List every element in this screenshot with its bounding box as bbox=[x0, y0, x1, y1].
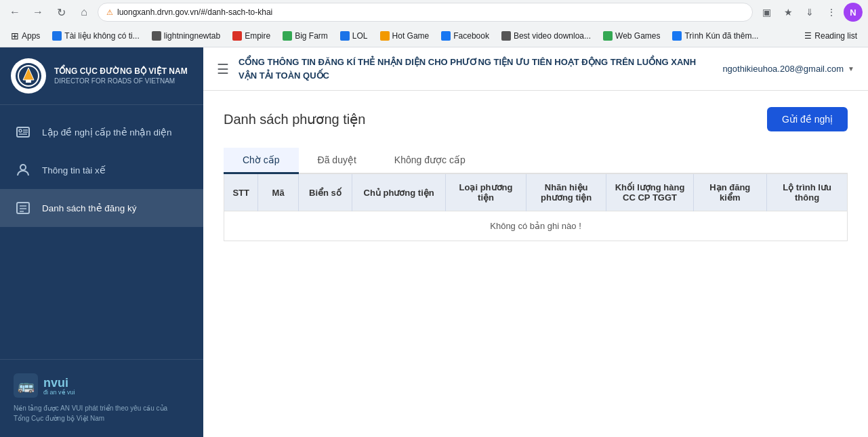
submit-button[interactable]: Gửi đề nghị bbox=[767, 107, 848, 131]
tabs: Chờ cấp Đã duyệt Không được cấp bbox=[224, 148, 848, 174]
bookmark-empire[interactable]: Empire bbox=[227, 28, 276, 43]
nvui-brand: nvui bbox=[43, 376, 75, 390]
forward-button[interactable]: → bbox=[28, 3, 47, 22]
header-user-email: ngothikieuhoa.208@gmail.com bbox=[722, 64, 844, 74]
extensions-button[interactable]: ▣ bbox=[757, 3, 776, 22]
logo-circle bbox=[11, 58, 46, 93]
bookmark-trinhkun[interactable]: Trình Kún đã thêm... bbox=[667, 28, 764, 43]
profile-button[interactable]: N bbox=[844, 3, 863, 22]
header-user[interactable]: ngothikieuhoa.208@gmail.com ▼ bbox=[722, 64, 854, 74]
hotgame-favicon bbox=[380, 31, 390, 41]
reading-list-label: Reading list bbox=[814, 31, 857, 41]
table-empty-row: Không có bản ghi nào ! bbox=[224, 211, 847, 241]
webgames-favicon bbox=[603, 31, 613, 41]
downloads-button[interactable]: ⇓ bbox=[800, 3, 819, 22]
bookmark-bigfarm-label: Big Farm bbox=[295, 31, 328, 41]
back-button[interactable]: ← bbox=[5, 3, 24, 22]
bookmark-bestvideo-label: Best video downloa... bbox=[514, 31, 591, 41]
header-doc-icon: ☰ bbox=[217, 61, 229, 77]
sidebar-item-danhsach[interactable]: Danh sách thẻ đăng ký bbox=[0, 189, 203, 227]
person-icon bbox=[14, 161, 33, 180]
empire-favicon bbox=[232, 31, 242, 41]
nvui-icon: 🚌 bbox=[14, 373, 38, 398]
col-header-bien: Biển số bbox=[298, 174, 352, 211]
sidebar-item-thongtin[interactable]: Thông tin tài xế bbox=[0, 151, 203, 189]
address-bar[interactable]: ⚠ luongxanh.drvn.gov.vn/#/danh-sach-to-k… bbox=[98, 3, 753, 22]
bookmark-lol[interactable]: LOL bbox=[335, 28, 373, 43]
sidebar: TỔNG CỤC ĐƯỜNG BỘ VIỆT NAM DIRECTOR FOR … bbox=[0, 47, 203, 437]
tailieu-favicon bbox=[52, 31, 62, 41]
col-header-chu: Chủ phương tiện bbox=[352, 174, 446, 211]
tab-cho-cap[interactable]: Chờ cấp bbox=[224, 148, 299, 174]
bookmark-apps[interactable]: ⊞ Apps bbox=[5, 28, 45, 44]
bookmark-hotgame-label: Hot Game bbox=[392, 31, 430, 41]
sidebar-item-lap-label: Lập đề nghị cấp thẻ nhận diện bbox=[42, 127, 172, 138]
logo-text: TỔNG CỤC ĐƯỜNG BỘ VIỆT NAM DIRECTOR FOR … bbox=[54, 66, 188, 87]
nvui-tagline: đi an về vui bbox=[43, 389, 75, 396]
bookmark-star-button[interactable]: ★ bbox=[779, 3, 798, 22]
sidebar-logo: TỔNG CỤC ĐƯỜNG BỘ VIỆT NAM DIRECTOR FOR … bbox=[0, 47, 203, 105]
trinhkun-favicon bbox=[672, 31, 682, 41]
sidebar-item-danhsach-label: Danh sách thẻ đăng ký bbox=[42, 203, 137, 213]
col-header-stt: STT bbox=[224, 174, 258, 211]
bookmark-lol-label: LOL bbox=[352, 31, 368, 41]
col-header-nhan: Nhãn hiệu phương tiện bbox=[526, 174, 606, 211]
sidebar-item-thongtin-label: Thông tin tài xế bbox=[42, 165, 106, 175]
header-banner-text: CỔNG THÔNG TIN ĐĂNG KÍ THẺ NHẬN DIỆN CHO… bbox=[239, 56, 713, 82]
bookmark-lightning[interactable]: lightningnewtab bbox=[146, 28, 226, 43]
bookmark-trinhkun-label: Trình Kún đã thêm... bbox=[684, 31, 758, 41]
list-icon bbox=[14, 199, 33, 217]
svg-point-5 bbox=[19, 129, 22, 132]
logo-subtitle: DIRECTOR FOR ROADS OF VIETNAM bbox=[54, 77, 188, 86]
bookmark-empire-label: Empire bbox=[245, 31, 270, 41]
sidebar-nav: Lập đề nghị cấp thẻ nhận diện Thông tin … bbox=[0, 105, 203, 359]
reading-list-button[interactable]: ☰ Reading list bbox=[799, 28, 863, 43]
nvui-logo: 🚌 nvui đi an về vui bbox=[14, 373, 190, 398]
col-header-han: Hạn đăng kiểm bbox=[693, 174, 766, 211]
page-content: Danh sách phương tiện Gửi đề nghị Chờ cấ… bbox=[203, 91, 868, 437]
lightning-favicon bbox=[152, 31, 161, 41]
bookmark-hotgame[interactable]: Hot Game bbox=[375, 28, 435, 43]
page-title-row: Danh sách phương tiện Gửi đề nghị bbox=[224, 107, 848, 131]
bookmark-webgames[interactable]: Web Games bbox=[598, 28, 665, 43]
bookmark-lightning-label: lightningnewtab bbox=[164, 31, 220, 41]
header-banner: ☰ CỔNG THÔNG TIN ĐĂNG KÍ THẺ NHẬN DIỆN C… bbox=[203, 47, 868, 91]
table-body: Không có bản ghi nào ! bbox=[224, 211, 847, 241]
bookmark-webgames-label: Web Games bbox=[615, 31, 660, 41]
chevron-down-icon: ▼ bbox=[848, 65, 854, 72]
tab-khong-duoc-cap[interactable]: Không được cấp bbox=[375, 148, 484, 174]
drvn-logo-svg bbox=[15, 62, 42, 89]
sidebar-footer: 🚌 nvui đi an về vui Nền tảng được AN VUI… bbox=[0, 359, 203, 437]
browser-toolbar: ← → ↻ ⌂ ⚠ luongxanh.drvn.gov.vn/#/danh-s… bbox=[0, 0, 868, 24]
reload-button[interactable]: ↻ bbox=[51, 3, 70, 22]
lol-favicon bbox=[340, 31, 350, 41]
table-wrapper: STT Mã Biển số Chủ phương tiện Loại phươ… bbox=[224, 174, 848, 241]
card-icon bbox=[14, 123, 33, 142]
sidebar-item-lap[interactable]: Lập đề nghị cấp thẻ nhận diện bbox=[0, 113, 203, 151]
bookmark-bestvideo[interactable]: Best video downloa... bbox=[496, 28, 596, 43]
bookmark-apps-label: Apps bbox=[22, 31, 40, 41]
empty-message: Không có bản ghi nào ! bbox=[224, 211, 847, 241]
col-header-loai: Loại phương tiện bbox=[446, 174, 526, 211]
logo-title: TỔNG CỤC ĐƯỜNG BỘ VIỆT NAM bbox=[54, 66, 188, 77]
tab-da-duyet[interactable]: Đã duyệt bbox=[299, 148, 375, 174]
nvui-desc: Nền tảng được AN VUI phát triển theo yêu… bbox=[14, 403, 190, 423]
main-layout: TỔNG CỤC ĐƯỜNG BỘ VIỆT NAM DIRECTOR FOR … bbox=[0, 47, 868, 437]
bookmark-tailieu-label: Tài liệu không có ti... bbox=[64, 31, 139, 41]
content-area: ☰ CỔNG THÔNG TIN ĐĂNG KÍ THẺ NHẬN DIỆN C… bbox=[203, 47, 868, 437]
home-button[interactable]: ⌂ bbox=[75, 3, 94, 22]
table-header-row: STT Mã Biển số Chủ phương tiện Loại phươ… bbox=[224, 174, 847, 211]
col-header-khoi: Khối lượng hàngCC CP TGGT bbox=[606, 174, 693, 211]
data-table: STT Mã Biển số Chủ phương tiện Loại phươ… bbox=[224, 174, 847, 241]
bookmark-tailieu[interactable]: Tài liệu không có ti... bbox=[47, 28, 144, 43]
col-header-lo: Lộ trình lưu thông bbox=[767, 174, 847, 211]
bookmarks-bar: ⊞ Apps Tài liệu không có ti... lightning… bbox=[0, 24, 868, 47]
menu-button[interactable]: ⋮ bbox=[822, 3, 841, 22]
svg-point-9 bbox=[20, 165, 26, 170]
browser-chrome: ← → ↻ ⌂ ⚠ luongxanh.drvn.gov.vn/#/danh-s… bbox=[0, 0, 868, 47]
bookmark-facebook-label: Facebook bbox=[453, 31, 489, 41]
bookmark-facebook[interactable]: Facebook bbox=[436, 28, 495, 43]
bookmark-bigfarm[interactable]: Big Farm bbox=[277, 28, 333, 43]
facebook-favicon bbox=[441, 31, 451, 41]
svg-rect-3 bbox=[26, 80, 31, 83]
